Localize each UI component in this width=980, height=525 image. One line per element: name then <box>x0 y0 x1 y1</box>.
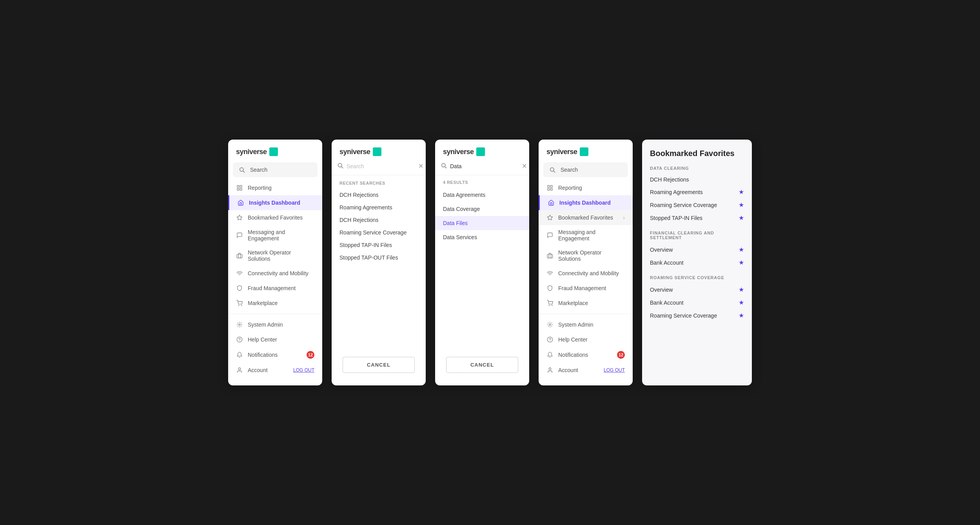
connectivity-icon-1 <box>236 270 243 277</box>
nav-notifications-4[interactable]: Notifications 12 <box>539 347 633 363</box>
nav-network-4[interactable]: Network Operator Solutions <box>539 245 633 266</box>
connectivity-icon-4 <box>546 270 554 277</box>
recent-items-list-2: DCH Rejections Roaming Agreements DCH Re… <box>332 189 426 264</box>
nav-fraud-4[interactable]: Fraud Management <box>539 281 633 296</box>
nav-connectivity-label-1: Connectivity and Mobility <box>248 270 309 276</box>
search-item-1[interactable]: Search <box>233 162 318 177</box>
bm-item-bank-account-financial[interactable]: Bank Account ★ <box>650 256 744 269</box>
search-icon-2 <box>337 162 343 170</box>
recent-item-5[interactable]: Stopped TAP-OUT Files <box>332 251 426 264</box>
logo-area-4: syniverse <box>539 147 633 162</box>
bm-item-overview-roaming[interactable]: Overview ★ <box>650 283 744 296</box>
svg-point-33 <box>549 368 551 370</box>
nav-network-1[interactable]: Network Operator Solutions <box>228 245 322 266</box>
result-item-1[interactable]: Data Coverage <box>435 202 529 216</box>
logo-text-2: syniverse <box>339 148 370 156</box>
nav-marketplace-label-4: Marketplace <box>558 300 588 306</box>
logout-link-4[interactable]: LOG OUT <box>604 367 625 373</box>
bm-item-overview-financial[interactable]: Overview ★ <box>650 243 744 256</box>
result-item-3[interactable]: Data Services <box>435 230 529 244</box>
logo-text-1: syniverse <box>236 148 267 156</box>
star-icon-stopped-tapin[interactable]: ★ <box>739 214 744 222</box>
reporting-icon-4 <box>546 184 554 191</box>
logout-link-1[interactable]: LOG OUT <box>293 367 314 373</box>
svg-point-30 <box>549 324 551 325</box>
star-icon-bank-financial[interactable]: ★ <box>739 259 744 266</box>
network-icon-4 <box>546 252 554 259</box>
star-icon-roaming-coverage[interactable]: ★ <box>739 201 744 209</box>
close-button-2[interactable]: ✕ <box>418 163 423 169</box>
nav-bookmarks-label-1: Bookmarked Favorites <box>248 214 303 221</box>
star-icon-roaming-agreements[interactable]: ★ <box>739 188 744 196</box>
bm-item-roaming-agreements[interactable]: Roaming Agreements ★ <box>650 185 744 198</box>
bm-label-stopped-tapin: Stopped TAP-IN Files <box>650 215 702 221</box>
nav-help-1[interactable]: Help Center <box>228 332 322 347</box>
bm-item-dch-rejections[interactable]: DCH Rejections <box>650 174 744 185</box>
nav-marketplace-4[interactable]: Marketplace <box>539 296 633 311</box>
recent-item-4[interactable]: Stopped TAP-IN Files <box>332 239 426 251</box>
nav-account-1[interactable]: Account LOG OUT <box>228 363 322 378</box>
nav-connectivity-label-4: Connectivity and Mobility <box>558 270 619 276</box>
cancel-button-2[interactable]: CANCEL <box>343 357 415 373</box>
nav-insights-1[interactable]: Insights Dashboard <box>228 195 322 210</box>
recent-item-2[interactable]: DCH Rejections <box>332 214 426 226</box>
star-icon-roaming-coverage-roaming[interactable]: ★ <box>739 312 744 319</box>
messaging-icon-1 <box>236 232 243 239</box>
results-label-3: 4 RESULTS <box>435 175 529 188</box>
recent-item-0[interactable]: DCH Rejections <box>332 189 426 201</box>
nav-messaging-label-4: Messaging and Engagement <box>558 229 625 242</box>
nav-notifications-1[interactable]: Notifications 12 <box>228 347 322 363</box>
bm-item-roaming-coverage-roaming[interactable]: Roaming Service Coverage ★ <box>650 309 744 322</box>
star-icon-overview-roaming[interactable]: ★ <box>739 286 744 293</box>
svg-line-16 <box>341 167 343 168</box>
marketplace-icon-1 <box>236 300 243 307</box>
nav-insights-4[interactable]: Insights Dashboard <box>539 195 633 210</box>
nav-reporting-4[interactable]: Reporting <box>539 180 633 195</box>
star-icon-overview-financial[interactable]: ★ <box>739 246 744 253</box>
nav-connectivity-4[interactable]: Connectivity and Mobility <box>539 266 633 281</box>
help-icon-4 <box>546 336 554 343</box>
nav-bookmarks-4[interactable]: Bookmarked Favorites › <box>539 210 633 225</box>
messaging-icon-4 <box>546 232 554 239</box>
notifications-icon-1 <box>236 351 243 358</box>
svg-marker-6 <box>237 215 242 220</box>
nav-reporting-1[interactable]: Reporting <box>228 180 322 195</box>
nav-bookmarks-1[interactable]: Bookmarked Favorites <box>228 210 322 225</box>
nav-help-4[interactable]: Help Center <box>539 332 633 347</box>
svg-point-10 <box>241 305 242 305</box>
svg-rect-2 <box>237 185 239 187</box>
svg-rect-26 <box>547 254 552 258</box>
star-icon-bank-roaming[interactable]: ★ <box>739 299 744 306</box>
search-item-4[interactable]: Search <box>543 162 628 177</box>
svg-rect-21 <box>548 185 550 187</box>
nav-sysadmin-1[interactable]: System Admin <box>228 317 322 332</box>
bm-item-bank-account-roaming[interactable]: Bank Account ★ <box>650 296 744 309</box>
search-field-2[interactable] <box>347 163 415 169</box>
marketplace-icon-4 <box>546 300 554 307</box>
bm-label-roaming-agree: Roaming Agreements <box>650 189 703 195</box>
search-input-area-3: ✕ <box>435 162 529 175</box>
nav-connectivity-1[interactable]: Connectivity and Mobility <box>228 266 322 281</box>
cancel-button-3[interactable]: CANCEL <box>446 357 518 373</box>
bm-item-roaming-coverage[interactable]: Roaming Service Coverage ★ <box>650 198 744 211</box>
svg-point-29 <box>552 305 552 305</box>
nav-insights-label-1: Insights Dashboard <box>249 200 300 206</box>
network-icon-1 <box>236 252 243 259</box>
svg-line-18 <box>445 167 446 168</box>
recent-item-1[interactable]: Roaming Agreements <box>332 201 426 214</box>
nav-sysadmin-4[interactable]: System Admin <box>539 317 633 332</box>
account-icon-4 <box>546 367 554 374</box>
notifications-badge-4: 12 <box>617 351 625 359</box>
recent-item-3[interactable]: Roaming Service Coverage <box>332 226 426 239</box>
close-button-3[interactable]: ✕ <box>522 163 527 169</box>
nav-marketplace-1[interactable]: Marketplace <box>228 296 322 311</box>
nav-fraud-1[interactable]: Fraud Management <box>228 281 322 296</box>
search-field-3[interactable] <box>450 163 519 169</box>
result-item-0[interactable]: Data Agreements <box>435 188 529 202</box>
bm-item-stopped-tapin[interactable]: Stopped TAP-IN Files ★ <box>650 211 744 224</box>
nav-messaging-1[interactable]: Messaging and Engagement <box>228 225 322 245</box>
nav-messaging-4[interactable]: Messaging and Engagement <box>539 225 633 245</box>
nav-account-4[interactable]: Account LOG OUT <box>539 363 633 378</box>
result-item-2[interactable]: Data Files <box>435 216 529 230</box>
bm-label-roaming-coverage-roaming: Roaming Service Coverage <box>650 312 717 319</box>
